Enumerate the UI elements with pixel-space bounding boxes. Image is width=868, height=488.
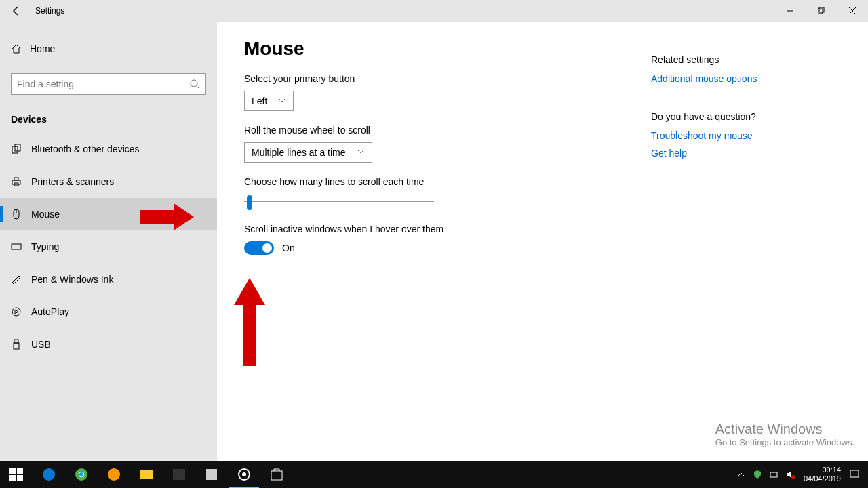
troubleshoot-link[interactable]: Troubleshoot my mouse bbox=[651, 130, 841, 141]
primary-button-dropdown[interactable]: Left bbox=[244, 91, 294, 111]
scroll-lines-slider[interactable] bbox=[244, 194, 434, 210]
tray-network-icon[interactable] bbox=[766, 461, 782, 488]
question-header: Do you have a question? bbox=[651, 111, 841, 122]
search-input[interactable] bbox=[11, 73, 206, 95]
watermark-title: Activate Windows bbox=[715, 422, 854, 437]
chevron-down-icon bbox=[357, 147, 365, 158]
home-label: Home bbox=[30, 43, 55, 54]
svg-rect-22 bbox=[17, 475, 23, 481]
svg-marker-17 bbox=[140, 203, 194, 230]
tray-notifications-icon[interactable] bbox=[846, 461, 863, 488]
svg-rect-6 bbox=[14, 178, 18, 180]
taskbar-settings[interactable] bbox=[228, 461, 260, 488]
edge-icon bbox=[41, 466, 57, 483]
taskbar-explorer[interactable] bbox=[130, 461, 163, 488]
app-icon bbox=[203, 466, 220, 483]
taskbar-edge[interactable] bbox=[33, 461, 65, 488]
svg-rect-20 bbox=[17, 468, 23, 474]
svg-rect-1 bbox=[819, 7, 824, 12]
sidebar-item-autoplay[interactable]: AutoPlay bbox=[0, 296, 217, 328]
taskbar-app[interactable] bbox=[195, 461, 228, 488]
toggle-knob bbox=[262, 243, 272, 253]
primary-button-label: Select your primary button bbox=[244, 73, 651, 84]
usb-icon bbox=[11, 339, 22, 350]
autoplay-icon bbox=[11, 306, 22, 317]
svg-rect-15 bbox=[14, 340, 18, 343]
taskbar-store[interactable] bbox=[260, 461, 293, 488]
content-area: Mouse Select your primary button Left Ro… bbox=[217, 22, 868, 461]
svg-rect-10 bbox=[12, 244, 21, 249]
sidebar-home[interactable]: Home bbox=[0, 35, 217, 62]
bluetooth-icon bbox=[11, 144, 22, 155]
sidebar-item-printers[interactable]: Printers & scanners bbox=[0, 165, 217, 198]
nav-label: Bluetooth & other devices bbox=[31, 144, 140, 155]
page-title: Mouse bbox=[244, 38, 651, 60]
minimize-icon bbox=[787, 7, 793, 14]
search-icon bbox=[189, 79, 200, 89]
chevron-down-icon bbox=[278, 96, 286, 106]
nav-label: Pen & Windows Ink bbox=[31, 274, 113, 285]
home-icon bbox=[11, 43, 22, 54]
svg-point-35 bbox=[791, 475, 795, 479]
svg-rect-19 bbox=[9, 468, 16, 474]
annotation-arrow-up-icon bbox=[234, 278, 265, 366]
annotation-arrow-right-icon bbox=[140, 203, 194, 230]
svg-rect-28 bbox=[140, 470, 153, 479]
taskbar-clock[interactable]: 09:14 04/04/2019 bbox=[798, 466, 846, 483]
tray-chevron-icon[interactable] bbox=[733, 461, 749, 488]
section-header: Devices bbox=[0, 108, 217, 133]
svg-rect-34 bbox=[770, 472, 777, 477]
dropdown-value: Multiple lines at a time bbox=[252, 147, 346, 158]
taskbar-chrome[interactable] bbox=[65, 461, 98, 488]
sidebar: Home Devices Bluetooth & other devices P… bbox=[0, 22, 217, 461]
svg-rect-0 bbox=[818, 9, 823, 14]
titlebar: Settings bbox=[0, 0, 868, 22]
taskbar-terminal[interactable] bbox=[163, 461, 195, 488]
sidebar-item-typing[interactable]: Typing bbox=[0, 230, 217, 263]
sidebar-item-bluetooth[interactable]: Bluetooth & other devices bbox=[0, 133, 217, 165]
back-arrow-icon bbox=[11, 5, 22, 16]
clock-date: 04/04/2019 bbox=[804, 474, 841, 483]
svg-rect-33 bbox=[271, 471, 282, 480]
maximize-icon bbox=[818, 7, 825, 14]
system-tray[interactable]: 09:14 04/04/2019 bbox=[733, 461, 868, 488]
windows-icon bbox=[8, 466, 24, 483]
tray-security-icon[interactable] bbox=[749, 461, 766, 488]
svg-marker-18 bbox=[234, 278, 265, 366]
tray-volume-icon[interactable] bbox=[782, 461, 798, 488]
svg-point-26 bbox=[79, 472, 83, 476]
minimize-button[interactable] bbox=[774, 0, 806, 22]
gear-icon bbox=[236, 466, 252, 483]
back-button[interactable] bbox=[0, 0, 33, 22]
taskbar-firefox[interactable] bbox=[98, 461, 130, 488]
svg-point-27 bbox=[108, 468, 120, 481]
taskbar[interactable]: 09:14 04/04/2019 bbox=[0, 461, 868, 488]
start-button[interactable] bbox=[0, 461, 33, 488]
store-icon bbox=[269, 466, 285, 483]
additional-mouse-link[interactable]: Additional mouse options bbox=[651, 73, 841, 84]
svg-rect-21 bbox=[9, 475, 16, 481]
sidebar-item-pen[interactable]: Pen & Windows Ink bbox=[0, 263, 217, 296]
dropdown-value: Left bbox=[252, 96, 267, 106]
toggle-state-label: On bbox=[282, 243, 295, 253]
sidebar-item-usb[interactable]: USB bbox=[0, 328, 217, 361]
maximize-button[interactable] bbox=[806, 0, 837, 22]
close-icon bbox=[849, 7, 856, 14]
svg-rect-29 bbox=[173, 469, 185, 480]
nav-label: Typing bbox=[31, 241, 59, 252]
chrome-icon bbox=[73, 466, 90, 483]
slider-track bbox=[244, 201, 434, 202]
scroll-wheel-dropdown[interactable]: Multiple lines at a time bbox=[244, 142, 372, 163]
close-button[interactable] bbox=[837, 0, 868, 22]
inactive-scroll-toggle[interactable] bbox=[244, 241, 274, 255]
nav-label: AutoPlay bbox=[31, 306, 69, 317]
slider-thumb[interactable] bbox=[247, 195, 252, 210]
search-field[interactable] bbox=[17, 79, 189, 89]
svg-point-23 bbox=[43, 468, 55, 481]
printer-icon bbox=[11, 176, 22, 187]
folder-icon bbox=[138, 466, 155, 483]
clock-time: 09:14 bbox=[804, 466, 841, 474]
svg-point-14 bbox=[12, 308, 20, 316]
get-help-link[interactable]: Get help bbox=[651, 148, 841, 159]
inactive-scroll-label: Scroll inactive windows when I hover ove… bbox=[244, 224, 651, 235]
